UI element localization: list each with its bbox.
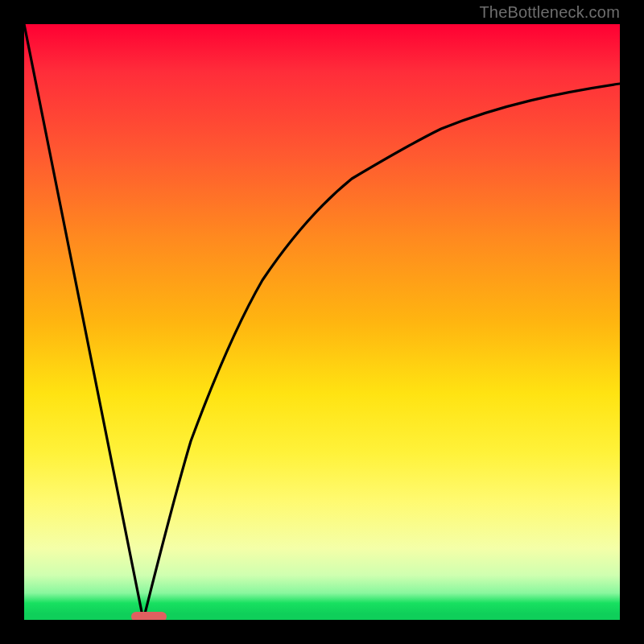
plot-area [24,24,620,620]
chart-stage: TheBottleneck.com [0,0,644,644]
watermark-text: TheBottleneck.com [479,3,620,22]
curve-path [24,24,620,620]
bottleneck-marker [131,612,167,620]
curve-layer [24,24,620,620]
